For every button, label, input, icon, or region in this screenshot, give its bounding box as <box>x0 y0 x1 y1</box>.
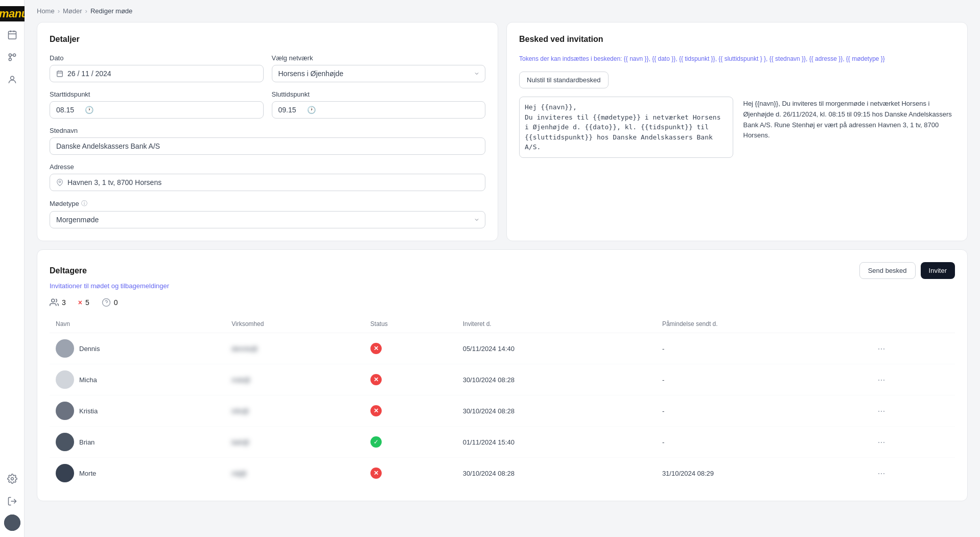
participant-status-cell: ✕ <box>364 458 457 489</box>
venue-group: Stednavn <box>50 127 485 155</box>
svg-point-10 <box>11 478 13 480</box>
participant-company: bah@ <box>231 438 249 446</box>
participant-reminder-cell: - <box>656 427 868 458</box>
participant-reminder-cell: - <box>656 364 868 395</box>
start-group: Starttidspunkt 🕐 <box>50 90 264 119</box>
table-row: Dennis dennis@ ✕ 05/11/2024 14:40 - ··· <box>50 333 955 364</box>
svg-point-5 <box>9 58 11 61</box>
end-time-field[interactable]: 🕐 <box>272 101 486 119</box>
participant-invited-cell: 30/10/2024 08:28 <box>457 364 656 395</box>
top-section: Detaljer Dato 26 / 11 / 2024 Vælg netvær… <box>37 22 968 241</box>
sidebar: Imanu <box>0 0 25 537</box>
clock-icon: 🕐 <box>85 106 94 114</box>
sidebar-item-network[interactable] <box>3 48 21 66</box>
address-label: Adresse <box>50 163 485 171</box>
participant-name-cell: Kristia <box>50 395 225 427</box>
table-row: Micha msk@ ✕ 30/10/2024 08:28 - ··· <box>50 364 955 395</box>
sidebar-item-calendar[interactable] <box>3 26 21 44</box>
network-group: Vælg netværk Horsens i Øjenhøjde <box>272 54 486 82</box>
col-actions <box>868 315 955 333</box>
participant-reminder-cell: - <box>656 395 868 427</box>
participant-cell: Micha <box>56 370 219 389</box>
participant-invited-cell: 30/10/2024 08:28 <box>457 458 656 489</box>
participant-name: Kristia <box>79 407 98 415</box>
pending-count: 0 <box>114 298 118 307</box>
participant-name-cell: Micha <box>50 364 225 395</box>
avatar <box>56 370 74 389</box>
stat-accepted: 3 <box>50 298 66 307</box>
more-options-button[interactable]: ··· <box>874 341 890 356</box>
send-message-button[interactable]: Send besked <box>859 262 916 279</box>
sidebar-item-person[interactable] <box>3 71 21 89</box>
end-label: Sluttidspunkt <box>272 90 486 98</box>
breadcrumb-meetings[interactable]: Møder <box>63 7 82 15</box>
participant-status-cell: ✓ <box>364 427 457 458</box>
col-reminder: Påmindelse sendt d. <box>656 315 868 333</box>
participant-company-cell: mlj@ <box>225 458 364 489</box>
participants-table: Navn Virksomhed Status Inviteret d. Påmi… <box>50 315 955 488</box>
more-options-button[interactable]: ··· <box>874 372 890 387</box>
participants-card: Deltagere Send besked Inviter Invitation… <box>37 249 968 501</box>
participant-name: Micha <box>79 376 97 384</box>
participant-status-cell: ✕ <box>364 395 457 427</box>
end-time-input[interactable] <box>278 106 304 114</box>
col-company: Virksomhed <box>225 315 364 333</box>
table-row: Kristia info@ ✕ 30/10/2024 08:28 - ··· <box>50 395 955 427</box>
avatar <box>56 464 74 482</box>
svg-point-9 <box>10 76 14 80</box>
time-row: Starttidspunkt 🕐 Sluttidspunkt 🕐 <box>50 90 485 119</box>
user-avatar[interactable] <box>4 515 20 531</box>
message-row: Hej {{navn}}, Du inviteres til {{mødetyp… <box>519 97 955 158</box>
status-declined: ✕ <box>370 468 382 479</box>
invitation-title: Besked ved invitation <box>519 35 955 44</box>
participant-actions-cell: ··· <box>868 395 955 427</box>
svg-point-16 <box>59 181 61 183</box>
date-label: Dato <box>50 54 264 62</box>
participant-name-cell: Morte <box>50 458 225 489</box>
sidebar-item-settings[interactable] <box>3 470 21 488</box>
breadcrumb-home[interactable]: Home <box>37 7 55 15</box>
participant-cell: Kristia <box>56 402 219 420</box>
message-textarea[interactable]: Hej {{navn}}, Du inviteres til {{mødetyp… <box>519 97 733 158</box>
network-select[interactable]: Horsens i Øjenhøjde <box>272 65 486 82</box>
date-field[interactable]: 26 / 11 / 2024 <box>50 65 264 82</box>
message-preview: Hej {{navn}}, Du inviteres til morgenmød… <box>741 97 955 158</box>
participant-name: Brian <box>79 438 95 446</box>
venue-input[interactable] <box>50 137 485 155</box>
start-label: Starttidspunkt <box>50 90 264 98</box>
participants-actions: Send besked Inviter <box>859 262 955 279</box>
breadcrumb-sep2: › <box>85 7 87 15</box>
start-time-field[interactable]: 🕐 <box>50 101 264 119</box>
col-name: Navn <box>50 315 225 333</box>
svg-rect-0 <box>8 31 16 39</box>
table-header-row: Navn Virksomhed Status Inviteret d. Påmi… <box>50 315 955 333</box>
participant-name: Morte <box>79 470 96 477</box>
participant-cell: Morte <box>56 464 219 482</box>
breadcrumb: Home › Møder › Rediger møde <box>25 0 980 22</box>
stat-pending: 0 <box>102 298 118 307</box>
status-accepted: ✓ <box>370 436 382 448</box>
tokens-description: Tokens der kan indsættes i beskeden: {{ … <box>519 54 955 63</box>
more-options-button[interactable]: ··· <box>874 404 890 418</box>
more-options-button[interactable]: ··· <box>874 466 890 481</box>
participant-actions-cell: ··· <box>868 333 955 364</box>
participant-invited-cell: 30/10/2024 08:28 <box>457 395 656 427</box>
avatar <box>56 402 74 420</box>
address-field[interactable]: Havnen 3, 1 tv, 8700 Horsens <box>50 174 485 191</box>
participant-reminder-cell: - <box>656 333 868 364</box>
address-group: Adresse Havnen 3, 1 tv, 8700 Horsens <box>50 163 485 191</box>
invite-button[interactable]: Inviter <box>921 262 955 279</box>
participants-subtitle: Invitationer til mødet og tilbagemelding… <box>50 282 955 290</box>
clock-icon2: 🕐 <box>307 106 316 114</box>
more-options-button[interactable]: ··· <box>874 435 890 450</box>
participant-invited-cell: 05/11/2024 14:40 <box>457 333 656 364</box>
stat-declined: × 5 <box>78 298 89 307</box>
participant-actions-cell: ··· <box>868 364 955 395</box>
sidebar-item-logout[interactable] <box>3 492 21 510</box>
meeting-type-select[interactable]: Morgenmøde <box>50 211 485 228</box>
reset-button[interactable]: Nulstil til standardbesked <box>519 72 609 88</box>
start-time-input[interactable] <box>56 106 82 114</box>
invitation-card: Besked ved invitation Tokens der kan ind… <box>506 22 968 241</box>
venue-label: Stednavn <box>50 127 485 134</box>
status-declined: ✕ <box>370 343 382 354</box>
